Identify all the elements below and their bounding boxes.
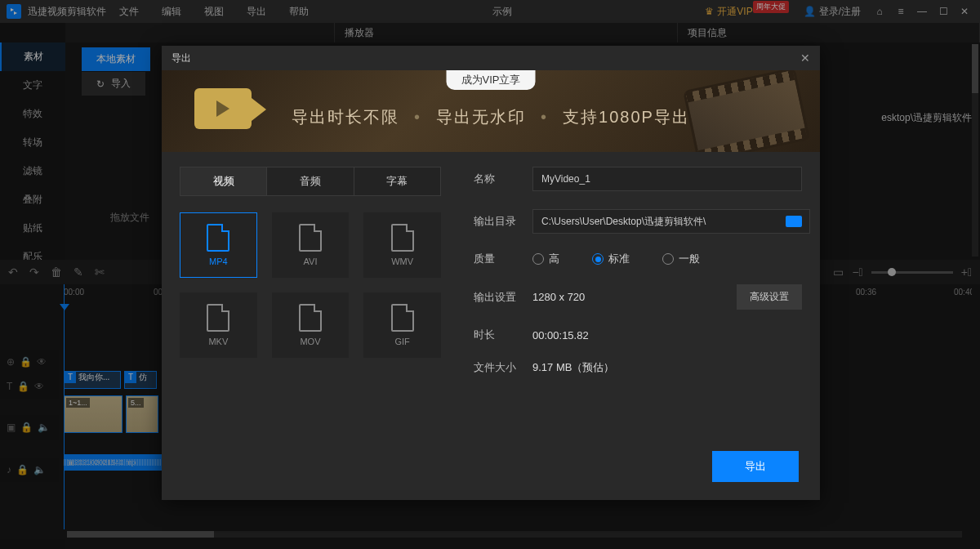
file-icon xyxy=(299,224,322,252)
file-icon xyxy=(391,224,414,252)
quality-standard[interactable]: 标准 xyxy=(592,252,630,266)
label-outdir: 输出目录 xyxy=(474,214,532,229)
format-mov[interactable]: MOV xyxy=(272,292,350,358)
export-dialog: 导出 ✕ 成为VIP立享 导出时长不限• 导出无水印• 支持1080P导出 视频… xyxy=(162,46,820,500)
label-outset: 输出设置 xyxy=(474,290,532,305)
outdir-input[interactable] xyxy=(532,209,810,234)
dialog-header[interactable]: 导出 ✕ xyxy=(162,46,820,70)
label-quality: 质量 xyxy=(474,252,532,266)
label-duration: 时长 xyxy=(474,328,532,342)
filesize-value: 9.17 MB（预估） xyxy=(532,360,614,375)
format-gif[interactable]: GIF xyxy=(363,292,441,358)
browse-folder-icon[interactable] xyxy=(786,216,802,227)
vip-banner[interactable]: 成为VIP立享 导出时长不限• 导出无水印• 支持1080P导出 xyxy=(162,70,820,152)
file-icon xyxy=(299,304,322,332)
banner-text: 导出时长不限• 导出无水印• 支持1080P导出 xyxy=(292,106,690,128)
export-type-tabs: 视频 音频 字幕 xyxy=(180,167,441,196)
file-icon xyxy=(207,224,229,252)
advanced-settings-button[interactable]: 高级设置 xyxy=(737,284,802,310)
quality-high[interactable]: 高 xyxy=(532,252,559,266)
duration-value: 00:00:15.82 xyxy=(532,329,589,341)
format-mp4[interactable]: MP4 xyxy=(180,212,257,278)
label-filesize: 文件大小 xyxy=(474,360,532,375)
dialog-close-icon[interactable]: ✕ xyxy=(800,51,810,65)
name-input[interactable] xyxy=(532,167,802,191)
file-icon xyxy=(207,304,229,332)
quality-normal[interactable]: 一般 xyxy=(662,252,700,266)
banner-badge: 成为VIP立享 xyxy=(447,70,536,90)
outset-value: 1280 x 720 xyxy=(532,291,585,303)
tab-video[interactable]: 视频 xyxy=(180,167,267,195)
film-strip-icon xyxy=(683,70,810,152)
dialog-title: 导出 xyxy=(172,51,191,65)
file-icon xyxy=(391,304,414,332)
format-mkv[interactable]: MKV xyxy=(180,292,257,358)
export-button[interactable]: 导出 xyxy=(712,451,799,482)
camera-icon xyxy=(194,88,252,129)
label-name: 名称 xyxy=(474,172,532,186)
format-avi[interactable]: AVI xyxy=(272,212,350,278)
tab-audio[interactable]: 音频 xyxy=(267,167,354,195)
format-grid: MP4 AVI WMV MKV MOV GIF xyxy=(180,212,441,358)
format-wmv[interactable]: WMV xyxy=(363,212,441,278)
tab-subtitle[interactable]: 字幕 xyxy=(354,167,440,195)
